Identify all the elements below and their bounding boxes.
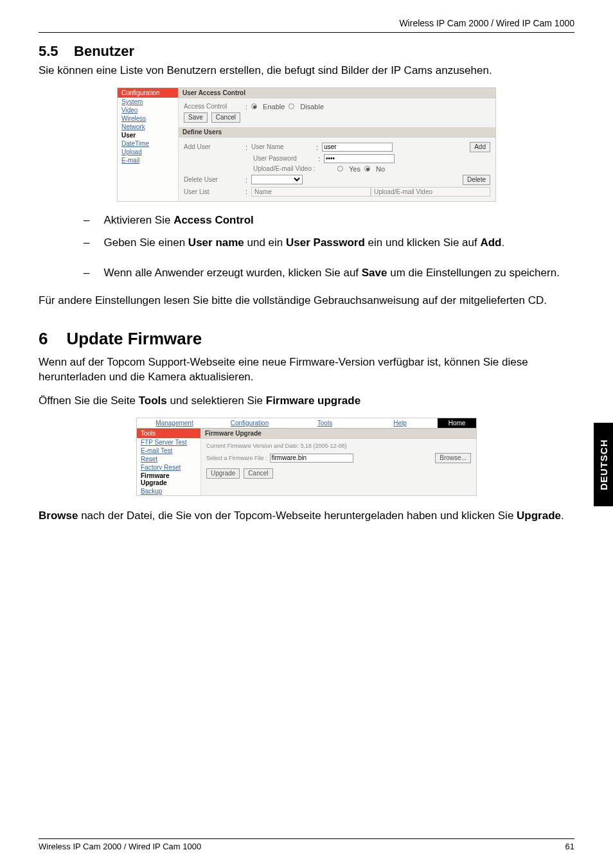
bullet-1: Aktivieren Sie Access Control <box>103 213 574 228</box>
enable-radio[interactable] <box>251 103 257 109</box>
running-header: Wireless IP Cam 2000 / Wired IP Cam 1000 <box>39 18 574 33</box>
nav-factory-reset[interactable]: Factory Reset <box>137 463 200 472</box>
firmware-upgrade-bar: Firmware Upgrade <box>201 429 476 439</box>
bullet-2: Geben Sie einen User name und ein User P… <box>103 236 574 251</box>
userpassword-input[interactable] <box>324 154 395 163</box>
nav-user[interactable]: User <box>118 131 178 139</box>
tools-sidebar-header: Tools <box>137 429 200 438</box>
section-6-p3: Browse nach der Datei, die Sie von der T… <box>39 509 574 524</box>
th-upload-email: Upload/E-mail Video <box>371 187 490 197</box>
nav-ftp-test[interactable]: FTP Server Test <box>137 438 200 447</box>
nav-video[interactable]: Video <box>118 106 178 114</box>
config-sidebar-header: Configuration <box>118 88 178 98</box>
define-users-bar: Define Users <box>179 127 495 137</box>
upload-email-video-label: Upload/E-mail Video : <box>253 165 333 172</box>
cancel-button[interactable]: Cancel <box>211 112 240 123</box>
nav-datetime[interactable]: DateTime <box>118 139 178 148</box>
chapter-number: 6 <box>39 329 48 348</box>
upload-yes-radio[interactable] <box>337 166 343 172</box>
section-6-heading: 6 Update Firmware <box>39 329 574 349</box>
delete-button[interactable]: Delete <box>463 175 490 185</box>
nav-system[interactable]: System <box>118 98 178 106</box>
section-5-5-intro: Sie können eine Liste von Benutzern erst… <box>39 64 574 78</box>
browse-button[interactable]: Browse... <box>435 453 471 463</box>
username-input[interactable] <box>322 143 393 152</box>
firmware-file-input[interactable] <box>270 454 353 463</box>
tab-tools[interactable]: Tools <box>287 418 362 429</box>
enable-label: Enable <box>263 103 285 111</box>
current-firmware-text: Current Firmware Version and Date: 3.16 … <box>206 443 471 449</box>
language-sidetab: DEUTSCH <box>594 423 613 506</box>
tab-home[interactable]: Home <box>438 418 476 429</box>
upgrade-button[interactable]: Upgrade <box>206 468 240 479</box>
bullet-dash: – <box>84 213 89 228</box>
no-label: No <box>376 165 385 173</box>
select-firmware-label: Select a Firmware File : <box>206 455 267 461</box>
nav-email-test[interactable]: E-mail Test <box>137 447 200 455</box>
cancel-button-fw[interactable]: Cancel <box>244 468 272 479</box>
upload-no-radio[interactable] <box>364 166 370 172</box>
disable-label: Disable <box>300 103 324 111</box>
nav-wireless[interactable]: Wireless <box>118 114 178 123</box>
userpassword-label: User Password <box>253 155 314 162</box>
section-5-5-outro: Für andere Einstellungen lesen Sie bitte… <box>39 294 574 308</box>
nav-network[interactable]: Network <box>118 123 178 131</box>
chapter-title: Update Firmware <box>66 329 202 348</box>
tab-help[interactable]: Help <box>362 418 438 429</box>
user-list-label: User List <box>184 188 242 195</box>
access-control-label: Access Control <box>184 103 242 110</box>
bullet-3: Wenn alle Anwender erzeugt wurden, klick… <box>103 266 574 281</box>
nav-firmware-upgrade[interactable]: Firmware Upgrade <box>137 472 200 487</box>
th-name: Name <box>251 187 371 197</box>
delete-user-select[interactable] <box>251 175 303 184</box>
nav-email[interactable]: E-mail <box>118 156 178 164</box>
footer-page-number: 61 <box>565 842 574 851</box>
user-access-screenshot: Configuration System Video Wireless Netw… <box>117 87 496 202</box>
bullet-dash: – <box>84 266 89 281</box>
save-button[interactable]: Save <box>184 112 208 123</box>
section-title: Benutzer <box>74 43 134 59</box>
tab-management[interactable]: Management <box>137 418 212 429</box>
firmware-upgrade-screenshot: Management Configuration Tools Help Home… <box>136 418 477 496</box>
section-6-p2: Öffnen Sie die Seite Tools und selektier… <box>39 394 574 409</box>
delete-user-label: Delete User <box>184 176 242 183</box>
add-button[interactable]: Add <box>470 142 490 152</box>
nav-backup[interactable]: Backup <box>137 487 200 495</box>
nav-upload[interactable]: Upload <box>118 148 178 156</box>
yes-label: Yes <box>349 165 360 173</box>
nav-reset[interactable]: Reset <box>137 455 200 463</box>
section-number: 5.5 <box>39 43 58 59</box>
user-access-control-bar: User Access Control <box>179 88 495 98</box>
disable-radio[interactable] <box>289 103 294 109</box>
section-5-5-heading: 5.5 Benutzer <box>39 43 574 60</box>
tab-configuration[interactable]: Configuration <box>212 418 287 429</box>
section-6-p1: Wenn auf der Topcom Support-Webseite ein… <box>39 355 574 385</box>
bullet-dash: – <box>84 236 89 251</box>
username-label: User Name <box>251 143 312 150</box>
add-user-label: Add User <box>184 143 242 150</box>
footer-left: Wireless IP Cam 2000 / Wired IP Cam 1000 <box>39 842 201 851</box>
